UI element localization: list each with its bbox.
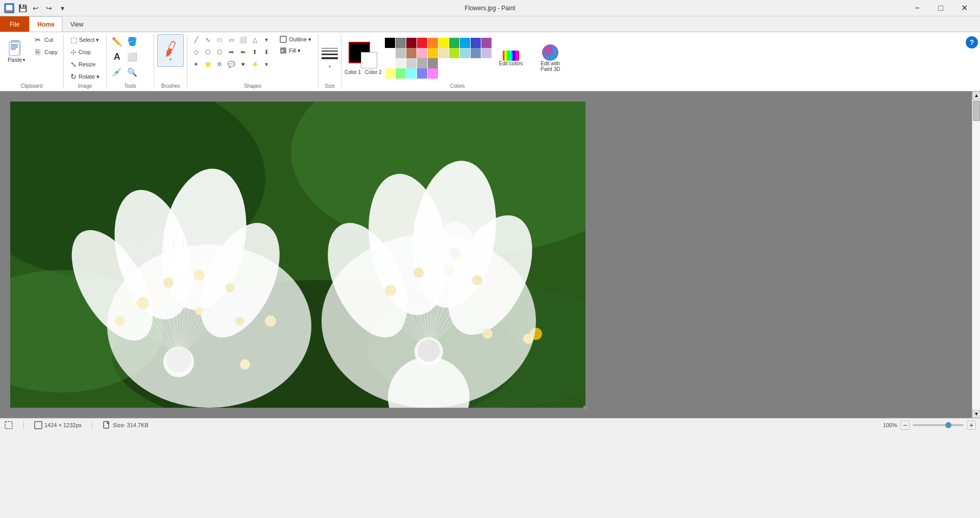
palette-color-swatch[interactable] (406, 58, 416, 68)
palette-color-swatch[interactable] (449, 48, 459, 58)
zoom-slider[interactable] (913, 424, 964, 426)
minimize-button[interactable]: − (905, 0, 929, 16)
palette-color-swatch[interactable] (471, 58, 481, 68)
palette-color-swatch[interactable] (460, 48, 470, 58)
palette-color-swatch[interactable] (481, 48, 492, 58)
balloon-shape-button[interactable]: 💬 (226, 59, 237, 70)
oval-shape-button[interactable]: ⬭ (214, 34, 225, 45)
palette-color-swatch[interactable] (438, 38, 449, 48)
pencil-tool-button[interactable]: ✏️ (110, 34, 124, 48)
maximize-button[interactable]: □ (929, 0, 952, 16)
palette-color-swatch[interactable] (385, 58, 395, 68)
brushes-button[interactable]: 🖌 ▾ (157, 34, 184, 67)
palette-color-swatch[interactable] (481, 38, 492, 48)
palette-color-swatch[interactable] (481, 68, 492, 79)
palette-color-swatch[interactable] (449, 68, 459, 79)
vertical-scrollbar[interactable]: ▲ ▼ (972, 91, 980, 418)
save-qat-button[interactable]: 💾 (16, 2, 29, 14)
palette-color-swatch[interactable] (396, 58, 406, 68)
tab-home[interactable]: Home (30, 16, 62, 32)
canvas-image[interactable] (10, 102, 585, 408)
scroll-down-button[interactable]: ▼ (972, 410, 980, 418)
close-button[interactable]: ✕ (952, 0, 976, 16)
star4-shape-button[interactable]: ✦ (190, 59, 202, 70)
palette-color-swatch[interactable] (428, 48, 438, 58)
palette-color-swatch[interactable] (417, 68, 427, 79)
star6-shape-button[interactable]: ✡ (214, 59, 225, 70)
lightning-shape-button[interactable]: ⚡ (249, 59, 260, 70)
fill-tool-button[interactable]: 🪣 (125, 34, 139, 48)
palette-color-swatch[interactable] (460, 38, 470, 48)
palette-color-swatch[interactable] (396, 48, 406, 58)
hexagon-shape-button[interactable]: ⬡ (214, 46, 225, 58)
color-picker-button[interactable]: 💉 (110, 65, 124, 79)
text-tool-button[interactable]: A (110, 50, 124, 64)
darrow-shape-button[interactable]: ⬇ (261, 46, 272, 58)
cut-button[interactable]: ✂ Cut (31, 34, 60, 45)
edit-colors-button[interactable]: Edit colors (495, 48, 528, 69)
curve-shape-button[interactable]: ∿ (202, 34, 213, 45)
magnifier-button[interactable]: 🔍 (125, 65, 139, 79)
palette-color-swatch[interactable] (385, 48, 395, 58)
palette-color-swatch[interactable] (460, 58, 470, 68)
scrollbar-thumb[interactable] (973, 101, 980, 121)
palette-color-swatch[interactable] (481, 58, 492, 68)
expand-shape-button[interactable]: ▾ (261, 34, 272, 45)
palette-color-swatch[interactable] (406, 68, 416, 79)
zoom-in-button[interactable]: + (967, 421, 976, 430)
color2-swatch[interactable] (361, 52, 377, 68)
palette-color-swatch[interactable] (417, 58, 427, 68)
uarrow-shape-button[interactable]: ⬆ (249, 46, 260, 58)
palette-color-swatch[interactable] (406, 38, 416, 48)
undo-qat-button[interactable]: ↩ (30, 2, 42, 14)
extra-shape-button[interactable]: ▾ (261, 59, 272, 70)
star5-shape-button[interactable]: ⭐ (202, 59, 213, 70)
diamond-shape-button[interactable]: ◇ (190, 46, 202, 58)
zoom-out-button[interactable]: − (900, 421, 910, 430)
copy-button[interactable]: ⎘ Copy (31, 46, 60, 58)
fill-button[interactable]: ▾ Fill ▾ (276, 45, 315, 56)
pentagon-shape-button[interactable]: ⬠ (202, 46, 213, 58)
tab-view[interactable]: View (63, 16, 91, 32)
scroll-up-button[interactable]: ▲ (972, 91, 980, 100)
palette-color-swatch[interactable] (428, 68, 438, 79)
heart-shape-button[interactable]: ♥ (237, 59, 249, 70)
palette-color-swatch[interactable] (438, 68, 449, 79)
resize-button[interactable]: ⤡ Resize (67, 59, 103, 70)
qat-dropdown-button[interactable]: ▾ (56, 2, 68, 14)
canvas-resize-handle[interactable] (583, 406, 587, 410)
palette-color-swatch[interactable] (428, 58, 438, 68)
paste-button[interactable]: Paste ▾ (3, 34, 30, 67)
palette-color-swatch[interactable] (417, 48, 427, 58)
redo-qat-button[interactable]: ↪ (43, 2, 55, 14)
tab-file[interactable]: File (0, 16, 29, 32)
crop-button[interactable]: ⊹ Crop (67, 46, 103, 58)
palette-color-swatch[interactable] (438, 58, 449, 68)
palette-color-swatch[interactable] (406, 48, 416, 58)
tri-shape-button[interactable]: △ (249, 34, 260, 45)
eraser-tool-button[interactable]: ⬜ (125, 50, 139, 64)
palette-color-swatch[interactable] (471, 48, 481, 58)
larrow-shape-button[interactable]: ⬅ (237, 46, 249, 58)
palette-color-swatch[interactable] (385, 68, 395, 79)
palette-color-swatch[interactable] (385, 38, 395, 48)
palette-color-swatch[interactable] (417, 38, 427, 48)
rotate-button[interactable]: ↻ Rotate ▾ (67, 71, 103, 82)
palette-color-swatch[interactable] (396, 68, 406, 79)
rarrow-shape-button[interactable]: ➡ (226, 46, 237, 58)
line-shape-button[interactable]: ╱ (190, 34, 202, 45)
palette-color-swatch[interactable] (428, 38, 438, 48)
palette-color-swatch[interactable] (438, 48, 449, 58)
rect-shape-button[interactable]: ▭ (226, 34, 237, 45)
palette-color-swatch[interactable] (471, 68, 481, 79)
palette-color-swatch[interactable] (449, 38, 459, 48)
palette-color-swatch[interactable] (449, 58, 459, 68)
rect2-shape-button[interactable]: ⬜ (237, 34, 249, 45)
zoom-thumb[interactable] (945, 422, 951, 428)
palette-color-swatch[interactable] (460, 68, 470, 79)
outline-button[interactable]: Outline ▾ (276, 34, 315, 44)
help-button[interactable]: ? (966, 36, 978, 48)
palette-color-swatch[interactable] (471, 38, 481, 48)
edit-paint3d-button[interactable]: Edit with Paint 3D (530, 42, 570, 75)
select-button[interactable]: ⬚ Select ▾ (67, 34, 103, 45)
